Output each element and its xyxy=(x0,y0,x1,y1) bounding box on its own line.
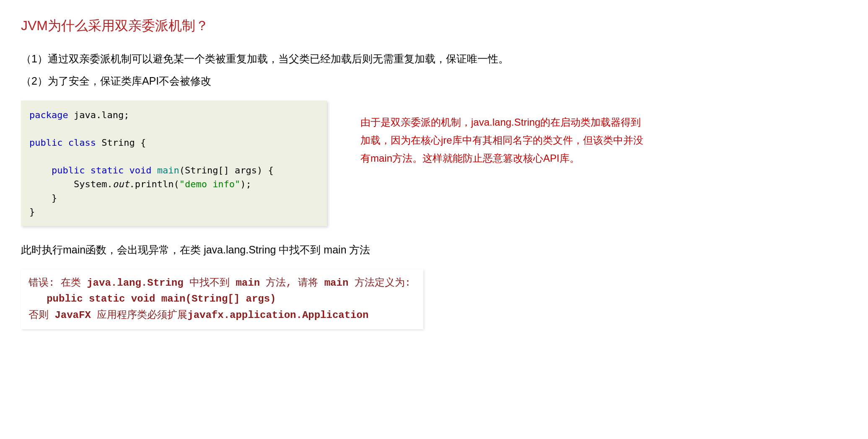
keyword-public: public xyxy=(29,137,62,148)
code-indent xyxy=(29,179,74,189)
code-text: java.lang; xyxy=(68,110,130,120)
keyword-public: public xyxy=(52,165,85,176)
error-classname: java.lang.String xyxy=(87,277,183,289)
page-title: JVM为什么采用双亲委派机制？ xyxy=(21,17,847,35)
error-text: 中找不到 xyxy=(184,277,236,289)
code-text: .println( xyxy=(129,179,179,189)
error-block: 错误: 在类 java.lang.String 中找不到 main 方法, 请将… xyxy=(21,269,423,329)
bullet-point-2: （2）为了安全，保证类库API不会被修改 xyxy=(21,74,847,88)
error-text: : 在类 xyxy=(49,277,87,289)
code-text: } xyxy=(29,207,35,217)
error-text: 方法, 请将 xyxy=(260,277,324,289)
explanation-text: 由于是双亲委派的机制，java.lang.String的在启动类加载器得到加载，… xyxy=(360,101,645,168)
error-text: 错误 xyxy=(29,277,49,289)
method-name: main xyxy=(151,165,179,176)
keyword-void: void xyxy=(124,165,151,176)
code-block: package java.lang; public class String {… xyxy=(21,101,327,226)
keyword-package: package xyxy=(29,110,68,120)
error-fqcn: javafx.application.Application xyxy=(187,310,368,321)
keyword-class: class xyxy=(62,137,96,148)
bullet-point-1: （1）通过双亲委派机制可以避免某一个类被重复加载，当父类已经加载后则无需重复加载… xyxy=(21,52,847,66)
error-method: main xyxy=(324,277,349,289)
code-text: } xyxy=(29,193,57,203)
error-signature: public static void main(String[] args) xyxy=(29,293,276,305)
error-javafx: JavaFX xyxy=(54,310,91,321)
error-method: main xyxy=(236,277,260,289)
code-text: String { xyxy=(96,137,146,148)
content-row: package java.lang; public class String {… xyxy=(21,101,847,226)
body-text: 此时执行main函数，会出现异常，在类 java.lang.String 中找不… xyxy=(21,243,847,257)
code-text: ); xyxy=(240,179,251,189)
code-text: System. xyxy=(74,179,113,189)
error-text: 方法定义为: xyxy=(348,277,411,289)
string-literal: "demo info" xyxy=(179,179,241,189)
error-text: 否则 xyxy=(29,310,54,321)
error-text: 应用程序类必须扩展 xyxy=(91,310,187,321)
code-text: (String[] args) { xyxy=(179,165,274,176)
field-out: out xyxy=(113,179,130,189)
keyword-static: static xyxy=(85,165,124,176)
code-indent xyxy=(29,165,52,176)
